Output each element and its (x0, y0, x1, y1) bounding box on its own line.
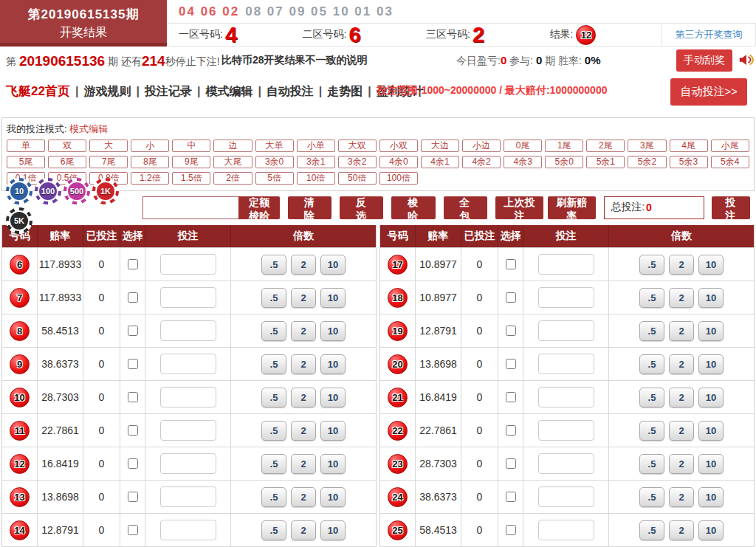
btc-notice-link[interactable]: 比特币28开奖结果不一致的说明 (221, 54, 368, 67)
select-checkbox[interactable] (128, 392, 138, 402)
chip-10[interactable]: 10 (6, 178, 32, 204)
bet-input[interactable] (160, 287, 216, 308)
mode-button[interactable]: 大 (89, 140, 128, 152)
mode-button[interactable]: 5余3 (670, 156, 708, 168)
multiplier-button[interactable]: 2 (669, 487, 694, 507)
mode-button[interactable]: 小边 (462, 140, 501, 152)
nav-link-5[interactable]: 走势图 (327, 85, 362, 97)
multiplier-button[interactable]: 2 (669, 288, 694, 308)
multiplier-button[interactable]: .5 (261, 454, 286, 474)
select-checkbox[interactable] (128, 359, 138, 369)
bet-input[interactable] (160, 486, 216, 507)
mode-button[interactable]: 1尾 (545, 140, 583, 152)
multiplier-button[interactable]: 2 (291, 487, 316, 507)
multiplier-button[interactable]: 10 (320, 255, 346, 275)
select-checkbox[interactable] (128, 425, 138, 436)
multiplier-button[interactable]: 10 (698, 421, 724, 441)
multiplier-button[interactable]: .5 (261, 321, 286, 341)
multiplier-button[interactable]: 2 (291, 288, 316, 308)
multiplier-button[interactable]: 2 (669, 454, 694, 474)
mode-button[interactable]: 5余2 (628, 156, 666, 168)
multiplier-button[interactable]: .5 (261, 520, 286, 540)
bet-input[interactable] (160, 254, 216, 275)
select-checkbox[interactable] (506, 458, 516, 469)
select-checkbox[interactable] (506, 492, 516, 502)
mode-button[interactable]: 5倍 (255, 172, 294, 185)
mode-button[interactable]: 5尾 (7, 156, 45, 168)
select-checkbox[interactable] (128, 259, 138, 269)
mode-button[interactable]: 单 (7, 140, 45, 152)
nav-link-3[interactable]: 模式编辑 (205, 85, 252, 97)
select-checkbox[interactable] (128, 292, 138, 303)
select-checkbox[interactable] (506, 525, 516, 535)
mode-button[interactable]: 小单 (297, 140, 335, 152)
multiplier-button[interactable]: .5 (261, 255, 286, 275)
select-checkbox[interactable] (128, 525, 138, 535)
multiplier-button[interactable]: .5 (639, 454, 664, 474)
multiplier-button[interactable]: 10 (698, 321, 724, 341)
multiplier-button[interactable]: 2 (291, 255, 316, 275)
bet-input[interactable] (160, 387, 216, 407)
bet-input[interactable] (538, 287, 594, 308)
bet-submit-button[interactable]: 投注 (712, 196, 750, 219)
multiplier-button[interactable]: 10 (320, 354, 346, 374)
mode-button[interactable]: 100倍 (379, 172, 418, 185)
multiplier-button[interactable]: .5 (639, 388, 664, 407)
mode-button[interactable]: 大尾 (213, 156, 252, 168)
mode-button[interactable]: 双 (48, 140, 86, 152)
mode-button[interactable]: 大边 (421, 140, 459, 152)
allin-button[interactable]: 梭 哈 (391, 196, 435, 219)
multiplier-button[interactable]: .5 (639, 354, 664, 374)
mode-button[interactable]: 2倍 (213, 172, 252, 185)
multiplier-button[interactable]: 2 (669, 354, 694, 374)
refresh-odds-button[interactable]: 刷新赔率 (548, 196, 596, 219)
all-pack-button[interactable]: 全 包 (444, 196, 487, 219)
mode-button[interactable]: 边 (213, 140, 252, 152)
mode-button[interactable]: 8尾 (131, 156, 169, 168)
multiplier-button[interactable]: 2 (291, 354, 316, 374)
chip-100[interactable]: 100 (35, 178, 61, 204)
mode-button[interactable]: 小双 (379, 140, 418, 152)
select-checkbox[interactable] (506, 292, 516, 303)
mode-button[interactable]: 0尾 (504, 140, 542, 152)
multiplier-button[interactable]: 2 (669, 421, 694, 441)
nav-link-4[interactable]: 自动投注 (267, 85, 314, 97)
mode-button[interactable]: 10倍 (297, 172, 335, 185)
bet-input[interactable] (538, 453, 594, 474)
bet-input[interactable] (160, 420, 216, 441)
mode-button[interactable]: 中 (172, 140, 210, 152)
multiplier-button[interactable]: .5 (261, 421, 286, 441)
bet-input[interactable] (538, 254, 594, 275)
multiplier-button[interactable]: 10 (698, 520, 724, 540)
bet-input[interactable] (538, 387, 594, 407)
multiplier-button[interactable]: .5 (261, 354, 286, 374)
select-checkbox[interactable] (506, 392, 516, 402)
multiplier-button[interactable]: 2 (669, 255, 694, 275)
select-checkbox[interactable] (128, 326, 138, 336)
third-party-link[interactable]: 第三方开奖查询 (676, 28, 743, 41)
multiplier-button[interactable]: 10 (320, 288, 346, 308)
select-checkbox[interactable] (506, 259, 516, 269)
last-bet-button[interactable]: 上次投注 (495, 196, 543, 219)
mode-button[interactable]: 4余1 (421, 156, 459, 168)
clear-button[interactable]: 清 除 (288, 196, 331, 219)
mode-button[interactable]: 7尾 (89, 156, 128, 168)
mode-button[interactable]: 小尾 (711, 140, 749, 152)
mode-button[interactable]: 5余1 (586, 156, 625, 168)
multiplier-button[interactable]: 2 (669, 321, 694, 341)
multiplier-button[interactable]: 2 (669, 388, 694, 407)
nav-home-link[interactable]: 飞艇22首页 (6, 84, 70, 98)
mode-button[interactable]: 9尾 (172, 156, 210, 168)
mode-button[interactable]: 50倍 (338, 172, 377, 185)
multiplier-button[interactable]: 10 (320, 487, 346, 507)
mode-button[interactable]: 6尾 (48, 156, 86, 168)
multiplier-button[interactable]: 2 (291, 388, 316, 407)
chip-5K[interactable]: 5K (6, 207, 32, 234)
multiplier-button[interactable]: 2 (669, 520, 694, 540)
multiplier-button[interactable]: 10 (698, 288, 724, 308)
multiplier-button[interactable]: 10 (320, 388, 346, 407)
mode-button[interactable]: 3尾 (628, 140, 666, 152)
fixed-allin-button[interactable]: 定额梭哈 (238, 196, 280, 219)
multiplier-button[interactable]: 10 (698, 454, 724, 474)
select-checkbox[interactable] (506, 359, 516, 369)
